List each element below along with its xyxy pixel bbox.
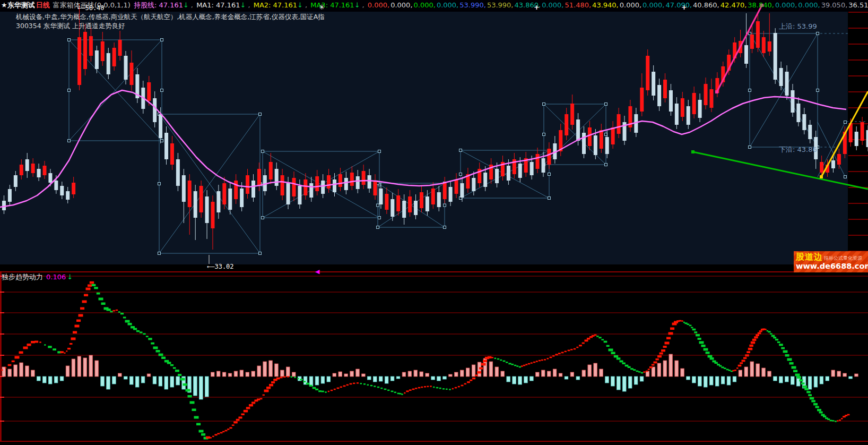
header-value: 53.990,	[459, 1, 486, 9]
stock-info-line: 300354 东华测试 上升通道走势良好	[16, 22, 125, 30]
header-value: 51.480,	[565, 1, 591, 9]
down-arrow-icon: ↓	[240, 1, 246, 9]
header-value: 43.940,	[592, 1, 619, 9]
momentum-histogram	[2, 354, 858, 399]
down-arrow-icon: ↓	[354, 1, 360, 9]
separator: ,	[362, 1, 367, 9]
separator: ,	[305, 1, 309, 9]
ma-item: MA3: 47.161↓	[310, 1, 361, 9]
indicator-name: 独步趋势动力	[2, 273, 43, 281]
header-value: 0.000,	[620, 1, 641, 9]
down-arrow-icon: ↓	[297, 1, 303, 9]
anchor-cross-icon[interactable]: +	[681, 3, 687, 11]
watermark-banner: 股道边指标公式量化资源 www.de6688.com	[794, 251, 868, 272]
header-value: 0.000,	[542, 1, 563, 9]
separator: ,	[191, 1, 195, 9]
separator: ,	[248, 1, 252, 9]
header-value: 0.000,	[643, 1, 664, 9]
anchor-cross-icon[interactable]: +	[534, 3, 540, 11]
rail-label: 下沿: 43.86	[779, 146, 817, 153]
header-value: 0.000,	[775, 1, 797, 9]
header-value: 47.090,	[665, 1, 692, 9]
header-value: 0.000,	[368, 1, 389, 9]
trading-app-window: 上沿: 53.99下沿: 43.86 ★东华测试日线 富家箱体画线(0,0,0,…	[0, 0, 868, 445]
ma-item: MA1: 47.161↓	[196, 1, 247, 9]
panel-marker-icon[interactable]: ◀	[315, 268, 319, 275]
header-value: 40.860,	[693, 1, 719, 9]
high-price-marker: ←—56.40	[77, 4, 105, 12]
stock-title: ★东华测试	[1, 1, 35, 9]
header-value: 53.990,	[487, 1, 514, 9]
header-value: 0.000,	[390, 1, 412, 9]
watermark-tagline: 指标公式量化资源	[824, 255, 862, 261]
down-arrow-icon: ↓	[67, 273, 73, 281]
concept-tags: 机械设备,中盘,华为概念,传感器,商业航天（航天航空）,机器人概念,养老金概念,…	[16, 13, 325, 21]
indicator-panel-canvas[interactable]	[0, 271, 868, 445]
ma-item: MA2: 47.161↓	[254, 1, 304, 9]
header-value: 42.470,	[721, 1, 747, 9]
anchor-star-icon[interactable]: ✳	[319, 3, 325, 11]
main-chart-canvas[interactable]: 上沿: 53.99下沿: 43.86	[0, 0, 868, 264]
header-value: 36.510,	[848, 1, 868, 9]
rail-label: 上沿: 53.99	[779, 22, 817, 30]
header-value: 39.050,	[821, 1, 848, 9]
watermark-url: www.de6688.com	[796, 262, 868, 270]
panel-indicator-label: 独步趋势动力0.106↓	[2, 272, 73, 282]
period-label: 日线	[36, 1, 50, 9]
header-value: 0.000,	[437, 1, 458, 9]
header-value: 0.000,	[798, 1, 820, 9]
watermark-brand: 股道边	[796, 252, 823, 262]
indicator-value: 0.106	[46, 273, 66, 281]
down-arrow-icon: ↓	[183, 1, 189, 9]
trend-power-dotted-line	[2, 281, 850, 440]
ma-item: 持股线: 47.161↓	[134, 1, 190, 9]
header-value: 38.840,	[748, 1, 774, 9]
header-value: 0.000,	[414, 1, 436, 9]
low-price-marker: ←—33.02	[207, 263, 234, 270]
indicator-header-row: ★东华测试日线 富家箱体画线(0,0,0,1,1) 持股线: 47.161↓, …	[1, 1, 868, 9]
